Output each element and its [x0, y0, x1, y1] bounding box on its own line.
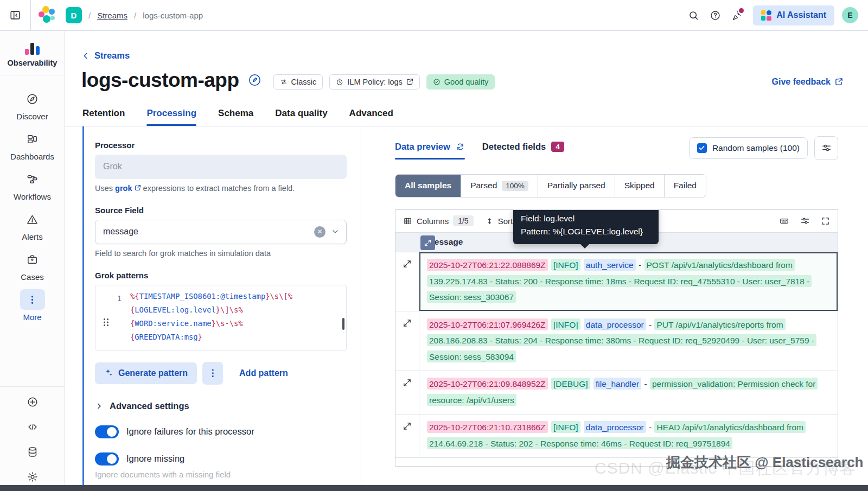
ignore-missing-help: Ignore documents with a missing field	[95, 470, 347, 479]
help-icon[interactable]	[704, 4, 726, 26]
preview-settings-button[interactable]	[814, 136, 838, 160]
expand-document-button[interactable]	[395, 371, 419, 414]
grok-patterns-label: Grok patterns	[95, 271, 347, 280]
add-pattern-button[interactable]: Add pattern	[239, 368, 288, 378]
whats-new-icon[interactable]	[726, 4, 748, 26]
source-field-help: Field to search for grok matches in simu…	[95, 249, 347, 258]
notification-dot	[739, 8, 744, 13]
editor-scrollbar[interactable]	[342, 318, 344, 330]
tab-data-quality[interactable]: Data quality	[275, 108, 327, 126]
advanced-settings-toggle[interactable]: Advanced settings	[95, 401, 347, 411]
briefcase-icon	[26, 253, 39, 266]
refresh-icon[interactable]	[456, 142, 465, 151]
sidebar-nav: Discover Dashboards Workflows Alerts Cas…	[0, 75, 65, 329]
tab-processing[interactable]: Processing	[146, 108, 196, 126]
main-content: Streams logs-custom-app Classic	[65, 31, 868, 491]
solution-observability[interactable]: Observability	[0, 31, 65, 75]
detected-fields-count-badge: 4	[551, 142, 564, 152]
sidebar-item-dashboards[interactable]: Dashboards	[0, 129, 65, 161]
fullscreen-icon[interactable]	[821, 216, 830, 226]
ai-assistant-label: AI Assistant	[776, 10, 826, 20]
log-message-cell[interactable]: 2025-10-27T06:21:22.088869Z [INFO] auth_…	[419, 252, 838, 311]
ilm-policy-badge[interactable]: ILM Policy: logs	[329, 74, 420, 90]
sidebar-item-cases[interactable]: Cases	[0, 249, 65, 282]
toggle-switch[interactable]	[95, 425, 119, 438]
grok-docs-link[interactable]: grok	[115, 184, 132, 193]
sliders-icon	[800, 216, 810, 226]
field-pattern-tooltip: Field: log.level Pattern: %{LOGLEVEL:log…	[513, 209, 659, 244]
processor-type-input[interactable]: Grok	[95, 155, 347, 179]
toggle-switch[interactable]	[95, 452, 119, 466]
give-feedback-link[interactable]: Give feedback	[772, 77, 844, 87]
sort-fields-button[interactable]: Sort	[486, 216, 513, 226]
clear-field-icon[interactable]: ✕	[314, 226, 326, 238]
pattern-menu-button[interactable]: ⋮	[202, 362, 223, 385]
filter-all-samples[interactable]: All samples	[395, 175, 461, 197]
settings-gear-icon[interactable]	[27, 470, 39, 483]
drag-handle-icon[interactable]	[103, 318, 109, 329]
sidebar-item-workflows[interactable]: Workflows	[0, 169, 65, 201]
tab-detected-fields[interactable]: Detected fields 4	[482, 142, 564, 160]
keyboard-icon	[779, 216, 789, 226]
expand-document-button[interactable]	[395, 415, 419, 457]
classic-badge[interactable]: Classic	[273, 74, 323, 90]
toggle-ignore-failures-for-this-processor: Ignore failures for this processor	[95, 425, 347, 438]
log-message-cell[interactable]: 2025-10-27T06:21:07.969426Z [INFO] data_…	[419, 311, 838, 371]
side-nav: Observability Discover Dashboards Workfl…	[0, 31, 65, 491]
filter-parsed[interactable]: Parsed100%	[461, 175, 538, 197]
line-number: 1	[117, 294, 122, 303]
code-icon[interactable]	[27, 420, 39, 433]
processor-panel: Processor Grok Uses grok expressions to …	[82, 126, 361, 491]
tab-data-preview[interactable]: Data preview	[395, 142, 465, 160]
expand-column-icon[interactable]	[420, 235, 435, 250]
chevron-down-icon[interactable]	[331, 227, 340, 236]
sample-filters: All samplesParsed100%Partially parsedSki…	[395, 174, 706, 197]
generate-pattern-button[interactable]: Generate pattern	[95, 362, 197, 384]
space-badge[interactable]: D	[66, 7, 82, 23]
tab-advanced[interactable]: Advanced	[349, 108, 393, 126]
sidebar-item-more[interactable]: More	[0, 289, 65, 322]
processor-label: Processor	[95, 141, 347, 150]
log-message-cell[interactable]: 2025-10-27T06:21:09.848952Z [DEBUG] file…	[419, 371, 838, 414]
filter-failed[interactable]: Failed	[665, 175, 706, 197]
add-circle-icon[interactable]	[27, 396, 39, 409]
expand-document-button[interactable]	[395, 311, 419, 371]
collapse-nav-icon[interactable]	[0, 0, 31, 30]
top-bar: D / Streams / logs-custom-app AI Assista…	[0, 0, 868, 31]
back-to-streams-link[interactable]: Streams	[81, 50, 130, 61]
sidebar-item-discover[interactable]: Discover	[0, 88, 65, 121]
breadcrumb-separator: /	[134, 11, 136, 20]
solution-label: Observability	[3, 59, 61, 67]
columns-button[interactable]: Columns 1/5	[403, 215, 474, 226]
database-icon[interactable]	[27, 445, 39, 458]
breadcrumb-streams[interactable]: Streams	[97, 11, 127, 20]
processor-toggles: Ignore failures for this processor Ignor…	[95, 425, 347, 466]
alert-triangle-icon	[26, 213, 39, 226]
random-samples-control[interactable]: Random samples (100)	[689, 137, 808, 159]
source-field-combobox[interactable]: message ✕	[95, 220, 347, 244]
tab-schema[interactable]: Schema	[218, 108, 253, 126]
random-samples-checkbox[interactable]	[697, 143, 707, 153]
filter-skipped[interactable]: Skipped	[615, 175, 665, 197]
grok-pattern-code[interactable]: %{TIMESTAMP_ISO8601:@timestamp}\s\[%{LOG…	[130, 290, 346, 345]
keyboard-shortcuts-icon[interactable]	[779, 216, 789, 226]
quality-badge[interactable]: Good quality	[426, 74, 495, 90]
filter-partially-parsed[interactable]: Partially parsed	[538, 175, 615, 197]
fullscreen-icon	[821, 216, 830, 226]
elastic-logo-icon[interactable]	[31, 6, 63, 24]
ai-assistant-button[interactable]: AI Assistant	[753, 5, 834, 25]
user-avatar[interactable]: E	[842, 7, 858, 23]
log-message-cell[interactable]: 2025-10-27T06:21:10.731866Z [INFO] data_…	[419, 415, 838, 457]
tab-retention[interactable]: Retention	[82, 108, 125, 126]
chevron-left-icon	[81, 52, 90, 60]
sidebar-item-alerts[interactable]: Alerts	[0, 209, 65, 241]
edit-title-icon[interactable]	[248, 73, 261, 87]
grid-display-options-icon[interactable]	[800, 216, 810, 226]
workflows-icon	[26, 173, 39, 186]
columns-grid-icon	[403, 216, 412, 226]
grok-pattern-editor[interactable]: 1 %{TIMESTAMP_ISO8601:@timestamp}\s\[%{L…	[95, 285, 347, 351]
breadcrumb-current: logs-custom-app	[143, 11, 203, 20]
sort-icon	[486, 217, 494, 225]
expand-document-button[interactable]	[395, 252, 419, 311]
search-icon[interactable]	[682, 4, 704, 26]
